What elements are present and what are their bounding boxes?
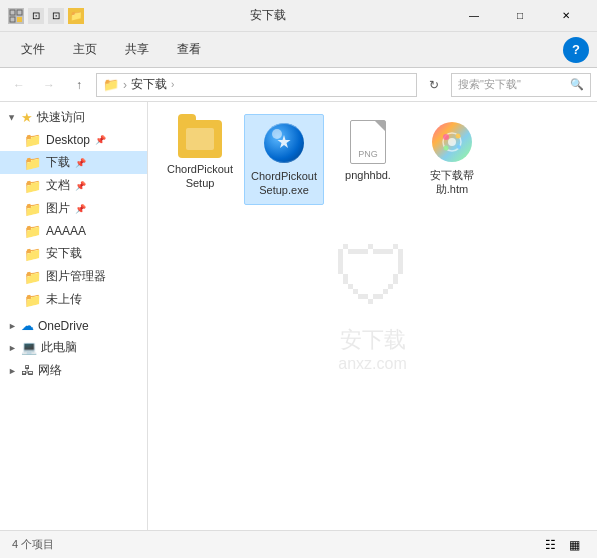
item-count: 4 个项目 [12, 537, 54, 552]
cloud-icon: ☁ [21, 318, 34, 333]
pin-icon: 📌 [75, 158, 86, 168]
onedrive-label: OneDrive [38, 319, 89, 333]
refresh-button[interactable]: ↻ [421, 72, 447, 98]
svg-rect-0 [10, 10, 15, 15]
sidebar-item-label: 图片 [46, 200, 70, 217]
forward-button[interactable]: → [36, 72, 62, 98]
folder-icon: 📁 [24, 201, 41, 217]
folder-icon: 📁 [24, 155, 41, 171]
help-button[interactable]: ? [563, 37, 589, 63]
chevron-icon: ► [7, 113, 17, 122]
chevron-icon: ► [8, 343, 17, 353]
title-bar-icons: ⊡ ⊡ 📁 [8, 8, 84, 24]
address-path[interactable]: 📁 › 安下载 › [96, 73, 417, 97]
network-label: 网络 [38, 362, 62, 379]
file-area: 🛡 安下载 anxz.com ChordPickoutSetup [148, 102, 597, 530]
title-icon-fwd: ⊡ [48, 8, 64, 24]
file-name: 安下载帮助.htm [416, 168, 488, 197]
sidebar-network[interactable]: ► 🖧 网络 [0, 359, 147, 382]
window-icon [8, 8, 24, 24]
close-button[interactable]: ✕ [543, 0, 589, 32]
sidebar-item-label: 安下载 [46, 245, 82, 262]
sidebar-item-unuploaded[interactable]: 📁 未上传 [0, 288, 147, 311]
folder-path-icon: 📁 [103, 77, 119, 92]
folder-title-icon: 📁 [68, 8, 84, 24]
ribbon-tab-share[interactable]: 共享 [112, 36, 162, 63]
sidebar-item-label: 下载 [46, 154, 70, 171]
svg-point-6 [443, 134, 449, 140]
svg-point-9 [444, 146, 449, 151]
sidebar-item-label: 文档 [46, 177, 70, 194]
file-name: ChordPickoutSetup.exe [249, 169, 319, 198]
back-button[interactable]: ← [6, 72, 32, 98]
list-view-button[interactable]: ☷ [539, 534, 561, 556]
folder-icon: 📁 [24, 178, 41, 194]
sidebar-item-desktop[interactable]: 📁 Desktop 📌 [0, 129, 147, 151]
file-item-htm[interactable]: 安下载帮助.htm [412, 114, 492, 205]
address-bar: ← → ↑ 📁 › 安下载 › ↻ 搜索"安下载" 🔍 [0, 68, 597, 102]
png-icon: PNG [346, 120, 390, 164]
view-buttons: ☷ ▦ [539, 534, 585, 556]
sidebar-item-pictures[interactable]: 📁 图片 📌 [0, 197, 147, 220]
sidebar-item-label: 未上传 [46, 291, 82, 308]
grid-view-button[interactable]: ▦ [563, 534, 585, 556]
sidebar-item-label: 图片管理器 [46, 268, 106, 285]
sidebar-item-label: AAAAA [46, 224, 86, 238]
watermark-subtext: anxz.com [333, 355, 413, 373]
sidebar-quick-access[interactable]: ► ★ 快速访问 [0, 106, 147, 129]
pin-icon: 📌 [75, 204, 86, 214]
up-button[interactable]: ↑ [66, 72, 92, 98]
search-icon[interactable]: 🔍 [570, 78, 584, 91]
ribbon: 文件 主页 共享 查看 ? [0, 32, 597, 68]
sidebar-item-anxz[interactable]: 📁 安下载 [0, 242, 147, 265]
chevron-icon: ► [8, 321, 17, 331]
folder-icon: 📁 [24, 132, 41, 148]
search-text: 搜索"安下载" [458, 77, 566, 92]
svg-rect-3 [17, 17, 22, 22]
svg-rect-2 [10, 17, 15, 22]
ribbon-tab-file[interactable]: 文件 [8, 36, 58, 63]
maximize-button[interactable]: □ [497, 0, 543, 32]
svg-point-7 [456, 134, 461, 139]
chevron-icon: ► [8, 366, 17, 376]
status-bar: 4 个项目 ☷ ▦ [0, 530, 597, 558]
title-icon-back: ⊡ [28, 8, 44, 24]
sidebar-item-documents[interactable]: 📁 文档 📌 [0, 174, 147, 197]
watermark-shield-icon: 🛡 [333, 231, 413, 323]
computer-icon: 💻 [21, 340, 37, 355]
files-grid: ChordPickoutSetup ChordPickoutSetup.exe [160, 110, 585, 209]
minimize-button[interactable]: — [451, 0, 497, 32]
file-name: ChordPickoutSetup [164, 162, 236, 191]
ribbon-tab-home[interactable]: 主页 [60, 36, 110, 63]
path-label: 安下载 [131, 76, 167, 93]
ribbon-tab-view[interactable]: 查看 [164, 36, 214, 63]
sidebar-item-download[interactable]: 📁 下载 📌 [0, 151, 147, 174]
path-separator: › [123, 78, 127, 92]
folder-icon: 📁 [24, 269, 41, 285]
sidebar-thispc[interactable]: ► 💻 此电脑 [0, 336, 147, 359]
search-box[interactable]: 搜索"安下载" 🔍 [451, 73, 591, 97]
file-item-folder[interactable]: ChordPickoutSetup [160, 114, 240, 205]
svg-point-8 [457, 145, 461, 149]
watermark-text: 安下载 [333, 325, 413, 355]
sidebar-onedrive[interactable]: ► ☁ OneDrive [0, 315, 147, 336]
pin-icon: 📌 [75, 181, 86, 191]
exe-icon [262, 121, 306, 165]
path-chevron: › [171, 79, 174, 90]
file-item-exe[interactable]: ChordPickoutSetup.exe [244, 114, 324, 205]
htm-icon [430, 120, 474, 164]
quick-access-label: 快速访问 [37, 109, 85, 126]
file-item-png[interactable]: PNG pnghhbd. [328, 114, 408, 205]
folder-icon: 📁 [24, 223, 41, 239]
watermark: 🛡 安下载 anxz.com [333, 231, 413, 373]
svg-point-5 [448, 138, 456, 146]
sidebar-item-imgmgr[interactable]: 📁 图片管理器 [0, 265, 147, 288]
main-area: ► ★ 快速访问 📁 Desktop 📌 📁 下载 📌 📁 文档 📌 📁 图片 … [0, 102, 597, 530]
title-bar: ⊡ ⊡ 📁 安下载 — □ ✕ [0, 0, 597, 32]
sidebar-item-aaaaa[interactable]: 📁 AAAAA [0, 220, 147, 242]
network-icon: 🖧 [21, 363, 34, 378]
file-name: pnghhbd. [345, 168, 391, 182]
window-title: 安下载 [84, 7, 451, 24]
folder-large-icon [178, 120, 222, 158]
sidebar: ► ★ 快速访问 📁 Desktop 📌 📁 下载 📌 📁 文档 📌 📁 图片 … [0, 102, 148, 530]
